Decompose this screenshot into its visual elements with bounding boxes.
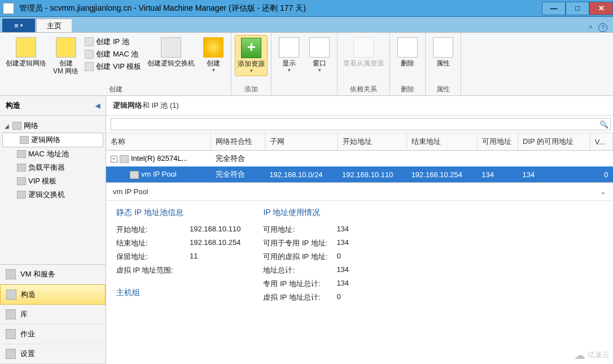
col-header[interactable]: DIP 的可用地址 bbox=[518, 133, 590, 151]
group-label-properties: 属性 bbox=[429, 84, 457, 94]
tab-home[interactable]: 主页 bbox=[36, 19, 72, 32]
table-group-row[interactable]: −Intel(R) 82574L... 完全符合 bbox=[106, 151, 613, 167]
nav-tree: ◢ 网络 逻辑网络 MAC 地址池 负载平衡器 VIP 模板 逻辑交换机 bbox=[0, 116, 106, 205]
ribbon-group-show: 显示 窗口 bbox=[272, 33, 338, 95]
window-icon bbox=[309, 37, 330, 58]
details-pane: 静态 IP 地址池信息 开始地址:192.168.10.110 结束地址:192… bbox=[106, 201, 613, 309]
tree-item-vip-template[interactable]: VIP 模板 bbox=[0, 174, 106, 188]
vm-network-icon bbox=[56, 37, 76, 58]
add-resource-button[interactable]: 添加资源 bbox=[235, 35, 268, 76]
tree-root-network[interactable]: ◢ 网络 bbox=[0, 119, 106, 133]
chevron-down-icon[interactable]: ⌄ bbox=[600, 187, 606, 196]
ribbon-group-delete: 删除 删除 bbox=[390, 33, 426, 95]
window-controls bbox=[542, 2, 613, 15]
search-input[interactable] bbox=[111, 118, 611, 130]
ribbon-group-create: 创建逻辑网络 创建 VM 网络 创建 IP 池 创建 MAC 池 创建 VIP … bbox=[0, 33, 231, 95]
static-ip-heading: 静态 IP 地址池信息 bbox=[116, 208, 240, 218]
app-icon bbox=[3, 3, 14, 14]
create-ip-pool-button[interactable]: 创建 IP 池 bbox=[83, 36, 143, 47]
nav-sections: VM 和服务 构造 库 作业 设置 bbox=[0, 264, 106, 364]
title-bar: 管理员 - scvmm.jiangjianlong.cn - Virtual M… bbox=[0, 0, 613, 17]
settings-icon bbox=[6, 349, 16, 359]
collapse-arrow-icon[interactable]: ◢ bbox=[5, 123, 10, 129]
col-header[interactable]: 网络符合性 bbox=[211, 133, 265, 151]
table-header-row: 名称网络符合性子网开始地址结束地址可用地址DIP 的可用地址V... bbox=[106, 133, 613, 151]
minimize-button[interactable] bbox=[542, 2, 566, 15]
mac-pool-icon bbox=[17, 150, 26, 158]
delete-icon bbox=[397, 37, 418, 58]
delete-button[interactable]: 删除 bbox=[393, 35, 422, 69]
tree-item-logical-network[interactable]: 逻辑网络 bbox=[2, 133, 103, 147]
ribbon-tabstrip: ≡ 主页 ^ ? bbox=[0, 17, 613, 33]
ip-pool-icon bbox=[85, 37, 94, 46]
nav-settings[interactable]: 设置 bbox=[0, 344, 106, 364]
create-logical-network-button[interactable]: 创建逻辑网络 bbox=[3, 35, 49, 69]
help-icon[interactable]: ? bbox=[598, 23, 607, 32]
group-label-create: 创建 bbox=[3, 84, 227, 94]
properties-icon bbox=[433, 37, 453, 58]
tree-item-load-balancer[interactable]: 负载平衡器 bbox=[0, 161, 106, 174]
logical-network-icon bbox=[16, 37, 36, 58]
create-logical-switch-button[interactable]: 创建逻辑交换机 bbox=[145, 35, 197, 69]
logical-switch-icon bbox=[17, 191, 26, 199]
hosts-heading: 主机组 bbox=[116, 288, 240, 298]
window-title: 管理员 - scvmm.jiangjianlong.cn - Virtual M… bbox=[17, 3, 542, 14]
library-icon bbox=[6, 309, 16, 319]
tree-item-logical-switch[interactable]: 逻辑交换机 bbox=[0, 188, 106, 201]
results-table-wrap: 名称网络符合性子网开始地址结束地址可用地址DIP 的可用地址V... −Inte… bbox=[106, 133, 613, 182]
collapse-icon[interactable]: ◀ bbox=[95, 102, 100, 109]
group-label-delete: 删除 bbox=[393, 84, 422, 94]
create-dropdown-button[interactable]: 创建 bbox=[199, 35, 227, 75]
nav-fabric[interactable]: 构造 bbox=[0, 284, 106, 305]
col-header[interactable]: 可用地址 bbox=[477, 133, 518, 151]
plus-icon bbox=[241, 38, 261, 58]
vip-template-icon bbox=[17, 177, 26, 185]
nav-vm-services[interactable]: VM 和服务 bbox=[0, 265, 106, 284]
expand-icon[interactable]: − bbox=[111, 156, 117, 163]
col-header[interactable]: 结束地址 bbox=[407, 133, 478, 151]
col-header[interactable]: 开始地址 bbox=[338, 133, 407, 151]
maximize-button[interactable] bbox=[566, 2, 589, 15]
ribbon-group-add: 添加资源 添加 bbox=[231, 33, 272, 95]
vip-template-icon bbox=[85, 62, 94, 71]
ribbon: 创建逻辑网络 创建 VM 网络 创建 IP 池 创建 MAC 池 创建 VIP … bbox=[0, 33, 613, 96]
create-mac-pool-button[interactable]: 创建 MAC 池 bbox=[83, 49, 143, 60]
group-label-dependency: 依赖关系 bbox=[341, 84, 386, 94]
nav-library[interactable]: 库 bbox=[0, 305, 106, 324]
ribbon-group-properties: 属性 属性 bbox=[426, 33, 461, 95]
window-button[interactable]: 窗口 bbox=[305, 35, 334, 75]
main-area: 构造 ◀ ◢ 网络 逻辑网络 MAC 地址池 负载平衡器 VIP 模板 逻辑交换… bbox=[0, 96, 613, 364]
static-ip-info: 静态 IP 地址池信息 开始地址:192.168.10.110 结束地址:192… bbox=[116, 208, 240, 302]
results-table: 名称网络符合性子网开始地址结束地址可用地址DIP 的可用地址V... −Inte… bbox=[106, 133, 613, 182]
content-pane: 逻辑网络和 IP 池 (1) 🔍 名称网络符合性子网开始地址结束地址可用地址DI… bbox=[106, 96, 613, 364]
tree-item-mac-pool[interactable]: MAC 地址池 bbox=[0, 147, 106, 161]
content-header: 逻辑网络和 IP 池 (1) bbox=[106, 96, 613, 116]
nic-icon bbox=[120, 155, 129, 163]
file-menu-button[interactable]: ≡ bbox=[2, 19, 35, 32]
ribbon-group-dependency: 查看从属资源 依赖关系 bbox=[338, 33, 390, 95]
mac-pool-icon bbox=[85, 50, 94, 59]
search-row: 🔍 bbox=[106, 116, 613, 133]
ribbon-expand-icon[interactable]: ^ bbox=[586, 23, 595, 32]
cloud-icon: ☁ bbox=[574, 348, 585, 362]
properties-button[interactable]: 属性 bbox=[429, 35, 457, 69]
nav-jobs[interactable]: 作业 bbox=[0, 324, 106, 344]
col-header[interactable]: V... bbox=[590, 133, 612, 151]
col-header[interactable]: 子网 bbox=[265, 133, 338, 151]
show-button[interactable]: 显示 bbox=[275, 35, 303, 75]
search-icon[interactable]: 🔍 bbox=[599, 118, 608, 130]
sidebar-header: 构造 ◀ bbox=[0, 96, 106, 116]
create-vm-network-button[interactable]: 创建 VM 网络 bbox=[51, 35, 81, 77]
ip-pool-row-icon bbox=[130, 171, 139, 179]
create-vip-template-button[interactable]: 创建 VIP 模板 bbox=[83, 61, 143, 72]
table-row-selected[interactable]: vm IP Pool 完全符合 192.168.10.0/24 192.168.… bbox=[106, 166, 613, 182]
network-root-icon bbox=[12, 122, 21, 130]
close-button[interactable] bbox=[589, 2, 613, 15]
detail-header[interactable]: vm IP Pool ⌄ bbox=[106, 182, 613, 201]
group-label-show bbox=[275, 85, 334, 94]
dependency-icon bbox=[353, 37, 374, 58]
ip-usage-info: IP 地址使用情况 可用地址:134 可用于专用 IP 地址:134 可用的虚拟… bbox=[263, 208, 349, 302]
col-header[interactable]: 名称 bbox=[106, 133, 211, 151]
ip-usage-heading: IP 地址使用情况 bbox=[263, 208, 349, 218]
fabric-icon bbox=[6, 290, 16, 300]
